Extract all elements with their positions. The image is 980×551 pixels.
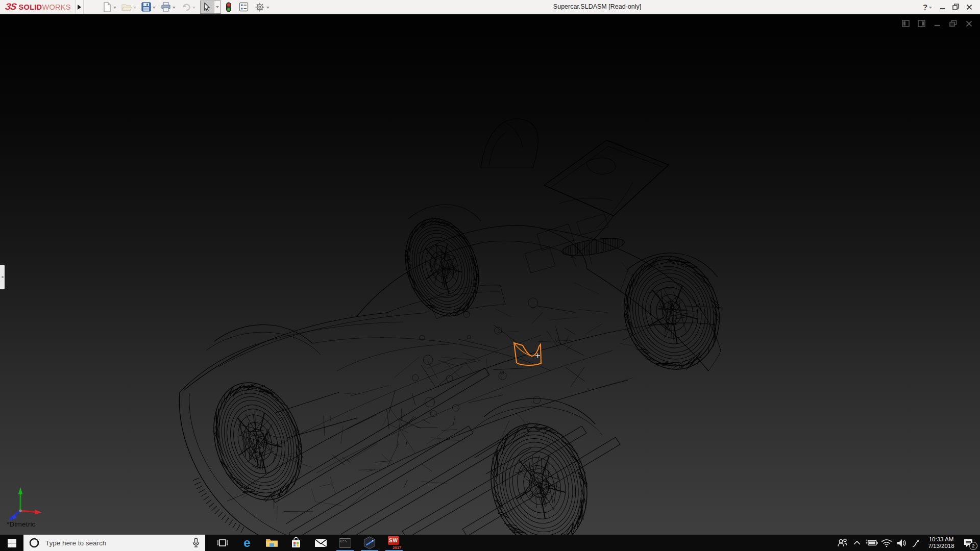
pane-left-button[interactable] [901,19,910,28]
solidworks-logo-mark: ЗS [5,2,17,12]
triad-y-axis [18,487,23,511]
rebuild-traffic-light-icon [226,2,232,12]
store-icon [290,537,302,548]
dropdown-caret-icon [173,7,176,9]
solidworks-logo-text-bold: SOLID [19,3,42,11]
dropdown-caret-icon [113,7,116,9]
task-view-icon [217,538,228,547]
close-button[interactable] [963,0,976,14]
print-button[interactable] [159,1,177,13]
file-properties-button[interactable] [237,1,250,13]
volume-button[interactable] [894,535,909,551]
solidworks-logo-text-light: WORKS [42,3,70,11]
child-minimize-icon [934,20,941,27]
dropdown-caret-icon [266,7,270,9]
taskbar-clock[interactable]: 10:33 AM 7/13/2018 [923,536,959,549]
pane-right-button[interactable] [917,19,925,28]
people-button[interactable] [835,535,849,551]
new-document-button[interactable] [101,1,118,13]
help-icon: ? [923,3,927,11]
print-icon [161,2,171,12]
dropdown-caret-icon [929,7,932,9]
child-close-button[interactable] [965,19,973,28]
dropdown-caret-icon [216,6,219,8]
toolbar-expand-button[interactable] [75,0,84,14]
view-orientation-label: *Dimetric [7,520,36,528]
triad-x-axis [20,510,42,515]
task-view-button[interactable] [210,535,235,551]
model-viewport[interactable]: *Dimetric [0,14,980,535]
options-button[interactable] [253,1,271,13]
panel-flyout-tab[interactable] [0,265,5,289]
chevron-up-icon [853,540,861,545]
solidworks-logo: ЗS SOLIDWORKS [0,2,71,12]
child-close-icon [966,20,972,27]
search-input[interactable] [44,539,187,547]
pane-left-icon [902,20,910,27]
select-tool-group [200,1,221,14]
start-button[interactable] [0,535,23,551]
undo-button[interactable] [179,1,197,13]
quick-access-toolbar [100,1,272,14]
open-button[interactable] [120,1,138,13]
windows-logo-icon [8,539,16,547]
child-restore-icon [949,20,957,27]
clock-date: 7/13/2018 [923,543,959,549]
cortana-icon [29,537,40,548]
command-prompt-icon: C:\ [339,538,351,548]
pen-icon [911,538,921,548]
undo-icon [181,3,191,12]
solidworks-2017-button[interactable]: SW 2017 [382,535,406,551]
dropdown-caret-icon [153,7,156,9]
mail-icon [314,539,327,547]
volume-icon [896,539,906,547]
child-window-controls [901,19,973,28]
dropdown-caret-icon [192,7,195,9]
windows-taskbar: e C:\ [0,535,980,551]
new-document-icon [103,2,112,12]
select-tool-dropdown[interactable] [214,1,220,13]
network-button[interactable] [879,535,894,551]
triad-z-axis [9,511,20,520]
solidworks-2017-icon: SW 2017 [387,536,401,549]
minimize-button[interactable] [936,0,949,14]
flyout-grip-icon [2,276,4,278]
microphone-icon[interactable] [192,538,200,548]
select-tool-button[interactable] [201,1,214,13]
dropdown-caret-icon [133,7,136,9]
restore-icon [952,4,960,10]
rebuild-button[interactable] [224,1,233,13]
edge-button[interactable]: e [235,535,259,551]
restore-button[interactable] [949,0,963,14]
people-icon [837,538,848,548]
taskbar-apps: e C:\ [210,535,406,551]
windows-ink-button[interactable] [909,535,923,551]
clock-time: 10:33 AM [923,536,959,543]
options-gear-icon [255,2,265,12]
command-prompt-button[interactable]: C:\ [333,535,357,551]
minimize-icon [940,4,946,10]
notification-badge: 2 [969,542,977,550]
help-button[interactable]: ? [919,0,936,14]
action-center-button[interactable]: 2 [959,535,977,551]
composer-hexagon-icon [363,536,376,549]
file-explorer-button[interactable] [259,535,284,551]
save-icon [141,2,151,12]
composer-button[interactable] [357,535,382,551]
mail-button[interactable] [308,535,333,551]
file-explorer-icon [265,538,278,548]
save-button[interactable] [140,1,157,13]
pane-right-icon [918,20,925,27]
child-minimize-button[interactable] [933,19,941,28]
open-icon [121,3,132,12]
edge-icon: e [243,537,250,549]
tray-overflow-button[interactable] [849,535,864,551]
taskbar-search[interactable] [23,535,205,551]
store-button[interactable] [284,535,308,551]
window-controls: ? [919,0,976,14]
child-restore-button[interactable] [949,19,957,28]
solidworks-cube: SW [388,536,399,545]
battery-button[interactable] [864,535,879,551]
select-cursor-icon [203,3,211,12]
file-properties-icon [239,2,249,12]
